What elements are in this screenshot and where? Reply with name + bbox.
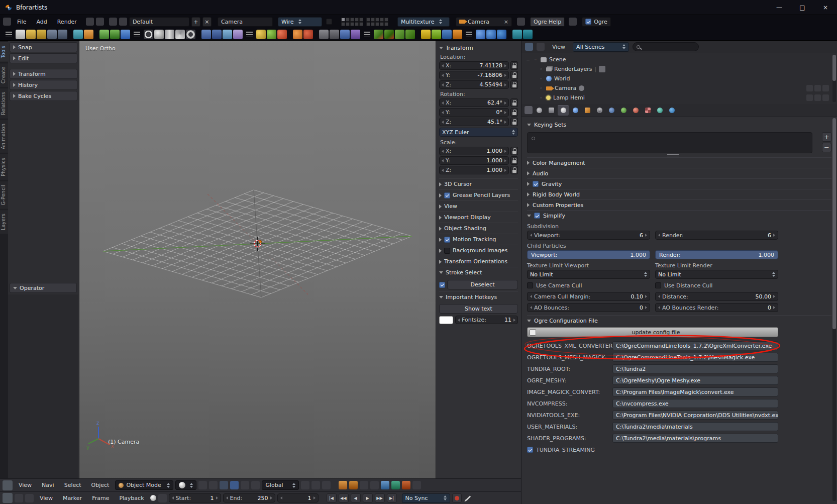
scale-manipulator-icon[interactable] [251,481,260,489]
decrement-icon[interactable] [280,496,282,499]
snap-edge-icon[interactable] [384,30,394,39]
menu-add[interactable]: Add [32,19,51,25]
repeat-icon[interactable] [121,30,130,39]
outliner-display-icon[interactable] [537,43,545,51]
lock-icon[interactable] [510,166,518,174]
lock-camera-icon[interactable] [349,481,358,489]
snap-volume-icon[interactable] [405,30,415,39]
panel-keying-sets[interactable]: Keying Sets [527,120,831,130]
tab-create[interactable]: Create [0,63,8,87]
layer-cell[interactable] [384,22,388,26]
pin-icon[interactable] [96,18,104,26]
lock-time-icon[interactable] [158,494,167,502]
mesh-magick-path-field[interactable]: C:\OgreCommandLineTools_1.7.2\MeshMagick… [612,353,778,362]
increment-icon[interactable] [504,150,506,153]
frame-end-field[interactable]: End:250 [223,493,275,502]
save-as-icon[interactable] [58,30,67,39]
panel-grease-pencil-layers[interactable]: Grease Pencil Layers [439,189,518,200]
restrict-view-icon[interactable] [814,85,821,91]
nvidiatools-path-field[interactable]: C:\Program Files\NVIDIA Corporation\DDS … [612,411,778,420]
disclosure-icon[interactable]: ◦ [539,95,544,100]
tree-item-world[interactable]: ◦World [521,74,837,83]
tab-gpencil[interactable]: G-Pencil [0,181,8,209]
add-layout-button[interactable]: + [191,17,200,27]
tab-render-layers[interactable] [546,105,557,116]
current-frame-field[interactable]: 1 [277,493,319,502]
view3d-menu-object[interactable]: Object [87,482,114,488]
tree-item-renderlayers[interactable]: ◦RenderLayers| [521,64,837,74]
tundra-streaming-row[interactable]: TUNDRA_STREAMING [527,445,831,454]
add-speaker-icon[interactable] [233,30,243,39]
layer-cell[interactable] [371,22,375,26]
increment-icon[interactable] [504,121,506,124]
snap-vertex-icon[interactable] [374,30,383,39]
tab-object[interactable] [582,105,593,116]
tab-texture[interactable] [642,105,653,116]
outliner-scrollbar[interactable] [832,55,836,102]
layer-group-2[interactable] [366,18,388,26]
jump-to-start-button[interactable]: |◀ [327,493,337,502]
layer-cell[interactable] [355,22,359,26]
increment-icon[interactable] [773,234,775,237]
increment-icon[interactable] [504,111,506,114]
user-materials-path-field[interactable]: C:\Tundra2\media\materials [612,422,778,431]
lens-blue-icon[interactable] [497,30,506,39]
text-color-swatch[interactable] [439,316,453,324]
panel-view[interactable]: View [439,200,518,212]
increment-icon[interactable] [513,319,515,322]
ogre-export-icon[interactable] [402,481,410,489]
clear-camera-button[interactable]: × [504,19,508,25]
viewport-visibility-icon[interactable] [360,481,368,489]
open-file-icon[interactable] [26,30,36,39]
keyframe-clear-icon[interactable] [432,30,441,39]
add-keying-set-button[interactable]: + [822,132,831,142]
panel-stroke-select[interactable]: Stroke Select [439,267,518,278]
active-camera-selector[interactable]: Camera × [456,17,512,27]
tab-modifiers[interactable] [606,105,617,116]
decrement-icon[interactable] [442,83,444,86]
ogre-meshy-path-field[interactable]: C:\OgreMeshy\Ogre Meshy.exe [612,376,778,385]
remove-keying-set-button[interactable]: − [822,143,831,152]
tab-render[interactable] [534,105,545,116]
scene-lock-icon[interactable] [381,481,389,489]
view3d-editor-icon[interactable] [3,480,13,490]
keyframe-insert-icon[interactable] [421,30,431,39]
blue-tool-icon[interactable] [340,30,350,39]
panel-ogre-configuration[interactable]: Ogre Configuration File [527,315,831,326]
lock-icon[interactable] [510,108,518,117]
redo-icon[interactable] [110,30,120,39]
frame-start-field[interactable]: Start:1 [169,493,221,502]
teal-tool-icon[interactable] [523,30,533,39]
maximize-button[interactable]: □ [791,0,814,15]
editor-type-icon[interactable] [3,18,11,26]
panel-rigid-body-world[interactable]: Rigid Body World [527,189,831,199]
decrement-icon[interactable] [442,111,444,114]
increment-icon[interactable] [504,169,506,172]
lock-icon[interactable] [510,98,518,107]
tree-item-lamp-hemi[interactable]: ◦Lamp Hemi [521,93,837,103]
panel-simplify[interactable]: Simplify [527,210,831,221]
increment-icon[interactable] [773,306,775,309]
outliner-view-menu[interactable]: View [548,44,569,50]
ao-bounces-render-field[interactable]: AO Bounces Render:0 [655,303,778,312]
scene-selector[interactable]: Camera [218,17,273,27]
layer-cell[interactable] [341,22,345,26]
tab-scene[interactable] [558,105,569,116]
particles-red-icon[interactable] [277,30,287,39]
teal-tool-icon[interactable] [512,30,522,39]
add-lattice-icon[interactable] [223,30,232,39]
disclosure-icon[interactable]: − [526,57,531,62]
panel-important-hotkeys[interactable]: Important Hotkeys [439,291,518,303]
play-button[interactable]: ▶ [363,493,373,502]
new-file-icon[interactable] [16,30,25,39]
timeline-menu-marker[interactable]: Marker [59,495,86,501]
panel-color-management[interactable]: Color Management [527,157,831,168]
view3d-menu-view[interactable]: View [15,482,36,488]
toolbar-menu-icon[interactable] [246,32,253,37]
delete-layout-button[interactable]: × [202,17,212,27]
decrement-icon[interactable] [442,159,444,162]
decrement-icon[interactable] [658,295,660,298]
layer-group-1[interactable] [341,18,363,26]
increment-icon[interactable] [645,234,647,237]
add-text-icon[interactable] [201,30,211,39]
